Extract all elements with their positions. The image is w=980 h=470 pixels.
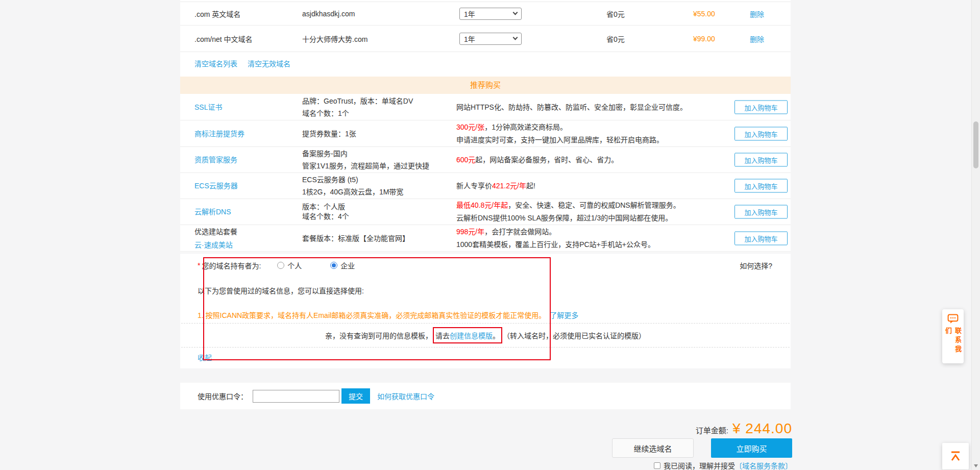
back-to-top-button[interactable]: [942, 443, 969, 469]
coupon-help-link[interactable]: 如何获取优惠口令: [377, 391, 434, 401]
product-specs: 品牌：GeoTrust，版本：单域名DV 域名个数：1个: [302, 95, 413, 119]
add-to-cart-button[interactable]: 加入购物车: [734, 153, 788, 167]
order-total-value: ¥ 244.00: [732, 420, 792, 437]
domain-cart-page: .com 英文域名 asjdkhasdkj.com 1年 省0元 ¥55.00 …: [0, 0, 980, 470]
add-to-cart-button[interactable]: 加入购物车: [734, 205, 788, 219]
recommend-row-ecs: ECS云服务器 ECS云服务器 (t5) 1核2G，40G高效云盘，1M带宽 新…: [180, 173, 791, 199]
radio-company[interactable]: 企业: [330, 260, 355, 270]
clear-links: 清空域名列表 清空无效域名: [194, 58, 299, 68]
scrollbar-down-arrow[interactable]: [974, 464, 978, 467]
add-to-cart-button[interactable]: 加入购物车: [734, 127, 788, 140]
required-asterisk: *: [198, 261, 200, 269]
cart-and-recommend-card: .com 英文域名 asjdkhasdkj.com 1年 省0元 ¥55.00 …: [180, 0, 791, 252]
product-specs: ECS云服务器 (t5) 1核2G，40G高效云盘，1M带宽: [302, 174, 403, 198]
product-title-link[interactable]: 资质管家服务: [194, 156, 237, 164]
learn-more-link[interactable]: 了解更多: [550, 311, 578, 319]
radio-icon: [277, 262, 284, 269]
agree-terms-row: 我已阅读，理解并接受 〔域名服务条款〕: [654, 460, 792, 470]
coupon-submit-button[interactable]: 提交: [341, 388, 370, 404]
price: ¥99.00: [693, 35, 715, 43]
history-hint: 以下为您曾使用过的域名信息，您可以直接选择使用:: [198, 285, 364, 295]
product-specs: 套餐版本：标准版【全功能官网】: [302, 232, 409, 244]
recommend-row-trademark: 商标注册提货券 提货券数量：1张 300元/张，1分钟高效递交商标局。 申请进度…: [180, 120, 791, 147]
product-title-link[interactable]: 云解析DNS: [194, 208, 231, 216]
buy-now-button[interactable]: 立即购买: [711, 438, 792, 458]
product-desc: 600元起，网站备案必备服务，省时、省心、省力。: [456, 154, 618, 166]
domain-holder-card: * 您的域名持有者为: 个人 企业 如何选择? 以下为您曾使用过的域名信息，您可…: [180, 254, 791, 368]
product-specs: 备案服务-国内 管家1V1服务，流程超简单，通过更快捷: [302, 147, 429, 172]
period-select[interactable]: 1年: [459, 8, 522, 20]
period-select[interactable]: 1年: [459, 33, 522, 45]
coupon-card: 使用优惠口令： 提交 如何获取优惠口令: [180, 383, 791, 409]
product-title-link[interactable]: ECS云服务器: [194, 182, 238, 190]
cart-row-com-domain: .com 英文域名 asjdkhasdkj.com 1年 省0元 ¥55.00 …: [180, 2, 791, 26]
chat-bubble-icon: [947, 314, 959, 324]
add-to-cart-button[interactable]: 加入购物车: [734, 231, 788, 245]
create-template-link[interactable]: 创建信息模版: [450, 332, 493, 340]
recommend-row-sitebuilder: 优选建站套餐 云·速成美站 套餐版本：标准版【全功能官网】 998元/年，会打字…: [180, 225, 791, 252]
icann-notice: 1. 按照ICANN政策要求，域名持有人Email邮箱必须真实准确，必须完成邮箱…: [198, 310, 578, 320]
back-to-top-icon: [949, 450, 962, 462]
continue-select-domain-button[interactable]: 继续选域名: [612, 438, 694, 458]
create-template-highlight: 请去创建信息模版。: [433, 327, 502, 343]
domain-name: asjdkhasdkj.com: [302, 10, 355, 18]
coupon-input[interactable]: [253, 390, 339, 403]
domain-name: 十分大师傅大势.com: [302, 34, 368, 44]
contact-us-widget[interactable]: 联系我们: [942, 309, 964, 363]
add-to-cart-button[interactable]: 加入购物车: [734, 179, 788, 193]
product-specs: 提货券数量：1张: [302, 128, 356, 140]
product-desc: 网站HTTPS化、防劫持、防篡改、防监听、安全加密，彰显企业可信度。: [456, 101, 687, 113]
recommend-row-dns: 云解析DNS 版本：个人版 域名个数：4个 最低40.8元/年起，安全、快速、稳…: [180, 199, 791, 225]
product-title-link[interactable]: 云·速成美站: [194, 241, 233, 249]
terms-link[interactable]: 〔域名服务条款〕: [735, 460, 792, 470]
period-value: 1年: [464, 9, 475, 19]
empty-template-zone: 亲，没有查询到可用的信息模板，请去创建信息模版。（转入域名时，必须使用已实名认证…: [181, 323, 790, 348]
save-amount: 省0元: [606, 34, 625, 44]
chevron-down-icon: [513, 10, 518, 15]
product-desc: 300元/张，1分钟高效递交商标局。 申请进度实时可查，支持一键加入阿里品牌库，…: [456, 121, 664, 146]
domain-type: .com/net 中文域名: [194, 34, 253, 44]
price: ¥55.00: [693, 10, 715, 18]
product-specs: 版本：个人版 域名个数：4个: [302, 202, 349, 221]
radio-selected-icon: [330, 262, 337, 269]
radio-personal[interactable]: 个人: [277, 260, 302, 270]
agree-text: 我已阅读，理解并接受: [664, 460, 735, 470]
how-to-choose-link[interactable]: 如何选择?: [740, 260, 772, 270]
recommend-row-ssl: SSL证书 品牌：GeoTrust，版本：单域名DV 域名个数：1个 网站HTT…: [180, 94, 791, 120]
delete-link[interactable]: 删除: [750, 34, 764, 44]
holder-question-row: * 您的域名持有者为: 个人 企业: [198, 260, 355, 270]
cart-row-cn-domain: .com/net 中文域名 十分大师傅大势.com 1年 省0元 ¥99.00 …: [180, 26, 791, 52]
product-title: 优选建站套餐 云·速成美站: [194, 225, 237, 252]
agree-checkbox[interactable]: [654, 462, 660, 469]
product-title-link[interactable]: 商标注册提货券: [194, 130, 244, 138]
recommend-row-qualification: 资质管家服务 备案服务-国内 管家1V1服务，流程超简单，通过更快捷 600元起…: [180, 147, 791, 173]
clear-domain-list-link[interactable]: 清空域名列表: [194, 60, 237, 68]
product-desc: 新人专享价421.2元/年起!: [456, 180, 535, 192]
scrollbar-thumb[interactable]: [973, 121, 978, 168]
delete-link[interactable]: 删除: [750, 9, 764, 19]
chevron-down-icon: [513, 35, 518, 40]
holder-question-label: 您的域名持有者为:: [202, 260, 261, 270]
order-total: 订单金额: ¥ 244.00: [696, 420, 792, 437]
coupon-label: 使用优惠口令：: [198, 391, 248, 401]
product-title-link[interactable]: SSL证书: [194, 103, 222, 111]
contact-us-label: 联系我们: [943, 327, 963, 363]
collapse-link[interactable]: 收起: [198, 354, 212, 362]
product-desc: 最低40.8元/年起，安全、快速、稳定、可靠的权威DNS解析管理服务。 云解析D…: [456, 199, 680, 225]
recommend-list: SSL证书 品牌：GeoTrust，版本：单域名DV 域名个数：1个 网站HTT…: [180, 94, 791, 252]
domain-type: .com 英文域名: [194, 9, 240, 19]
product-desc: 998元/年，会打字就会做网站。 1000套精美模板，覆盖上百行业，支持PC站+…: [456, 226, 655, 251]
save-amount: 省0元: [606, 9, 625, 19]
add-to-cart-button[interactable]: 加入购物车: [734, 100, 788, 114]
page-scrollbar: [971, 0, 980, 470]
recommend-header: 推荐购买: [180, 77, 791, 94]
order-total-label: 订单金额:: [696, 425, 728, 435]
clear-invalid-domains-link[interactable]: 清空无效域名: [248, 60, 290, 68]
period-value: 1年: [464, 34, 475, 44]
